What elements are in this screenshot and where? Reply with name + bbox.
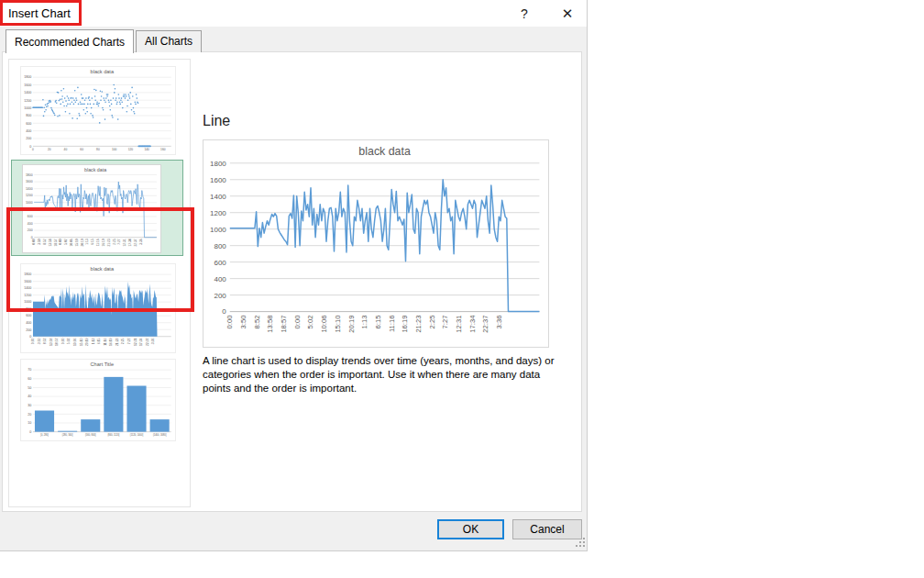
svg-text:1200: 1200: [24, 294, 31, 297]
svg-text:1800: 1800: [24, 75, 31, 79]
svg-text:2:25: 2:25: [121, 338, 125, 344]
svg-text:1800: 1800: [24, 272, 31, 276]
svg-text:160: 160: [160, 148, 166, 151]
svg-text:22:37: 22:37: [146, 338, 149, 346]
svg-text:22:37: 22:37: [481, 316, 490, 333]
svg-text:1400: 1400: [210, 193, 226, 201]
svg-text:1600: 1600: [24, 280, 31, 283]
dialog-titlebar[interactable]: Insert Chart ? ✕: [0, 0, 587, 27]
svg-text:0:00: 0:00: [32, 239, 36, 244]
svg-text:40: 40: [28, 395, 31, 398]
svg-text:(840, 1120]: (840, 1120]: [107, 433, 119, 437]
dialog-title: Insert Chart: [8, 6, 71, 20]
svg-text:17:34: 17:34: [139, 338, 143, 346]
svg-text:3:50: 3:50: [38, 239, 41, 244]
svg-text:0:00: 0:00: [61, 338, 65, 344]
svg-text:1:13: 1:13: [360, 316, 368, 329]
svg-text:200: 200: [28, 228, 33, 232]
resize-grip[interactable]: [576, 538, 586, 548]
svg-text:1400: 1400: [24, 91, 31, 94]
svg-text:13:58: 13:58: [50, 338, 53, 346]
svg-text:600: 600: [26, 122, 31, 126]
thumbnail-scatter-chart[interactable]: 020040060080010001200140016001800black d…: [20, 66, 176, 155]
svg-text:15:10: 15:10: [75, 239, 79, 246]
svg-text:21:23: 21:23: [107, 239, 111, 246]
svg-text:black data: black data: [91, 69, 115, 74]
tab-strip: Recommended Charts All Charts: [6, 28, 202, 52]
svg-text:800: 800: [214, 242, 226, 250]
svg-text:1600: 1600: [210, 176, 226, 184]
svg-text:8:52: 8:52: [43, 239, 47, 244]
svg-text:400: 400: [28, 222, 33, 226]
svg-text:10: 10: [28, 421, 31, 425]
svg-text:13:58: 13:58: [266, 316, 274, 333]
svg-text:21:23: 21:23: [116, 338, 119, 346]
svg-text:22:37: 22:37: [134, 239, 138, 246]
svg-text:1400: 1400: [26, 187, 33, 191]
svg-text:20:19: 20:19: [347, 316, 356, 333]
svg-text:0: 0: [222, 307, 226, 316]
svg-text:0:00: 0:00: [293, 316, 302, 329]
svg-text:12:31: 12:31: [134, 338, 138, 346]
line-chart-image: 020040060080010001200140016001800black d…: [23, 165, 160, 252]
recommended-charts-page: 020040060080010001200140016001800black d…: [2, 51, 582, 512]
svg-text:(280, 560]: (280, 560]: [62, 433, 73, 437]
svg-text:1600: 1600: [24, 83, 31, 87]
svg-text:600: 600: [26, 314, 31, 317]
tab-all-charts[interactable]: All Charts: [136, 30, 202, 52]
thumbnail-area-chart[interactable]: 020040060080010001200140016001800black d…: [20, 263, 176, 353]
svg-text:0:00: 0:00: [226, 316, 234, 329]
svg-text:800: 800: [26, 307, 31, 311]
line-preview-image: 020040060080010001200140016001800black d…: [204, 140, 548, 347]
insert-chart-dialog: Insert Chart ? ✕ Recommended Charts All …: [0, 0, 588, 551]
line-chart-image-frame: 020040060080010001200140016001800black d…: [22, 164, 161, 253]
svg-text:800: 800: [26, 114, 31, 117]
svg-text:1800: 1800: [26, 173, 33, 177]
svg-text:17:34: 17:34: [468, 316, 477, 333]
svg-text:20:19: 20:19: [85, 338, 89, 346]
svg-text:60: 60: [80, 148, 83, 151]
ok-button[interactable]: OK: [437, 519, 504, 539]
svg-text:(1120, 1400]: (1120, 1400]: [130, 433, 144, 437]
svg-text:0:00: 0:00: [31, 338, 35, 344]
svg-text:0: 0: [29, 430, 31, 434]
svg-text:1800: 1800: [210, 160, 226, 168]
svg-text:5:02: 5:02: [64, 239, 68, 244]
help-button[interactable]: ?: [511, 0, 538, 27]
tab-recommended-charts[interactable]: Recommended Charts: [6, 29, 134, 53]
svg-text:1000: 1000: [26, 201, 33, 205]
svg-text:0: 0: [29, 335, 31, 339]
svg-text:8:52: 8:52: [253, 316, 261, 329]
svg-text:1000: 1000: [24, 106, 31, 110]
svg-text:10:06: 10:06: [320, 316, 328, 333]
svg-text:6:15: 6:15: [91, 239, 94, 244]
svg-text:1000: 1000: [24, 300, 31, 304]
svg-text:5:02: 5:02: [306, 316, 314, 329]
svg-text:120: 120: [128, 148, 134, 151]
svg-text:6:15: 6:15: [97, 338, 101, 344]
close-icon[interactable]: ✕: [552, 0, 583, 27]
svg-text:16:19: 16:19: [102, 239, 105, 246]
svg-text:7:27: 7:27: [127, 338, 131, 344]
svg-text:15:10: 15:10: [80, 338, 83, 346]
svg-text:30: 30: [28, 404, 31, 407]
svg-text:20: 20: [48, 148, 51, 151]
svg-text:11:16: 11:16: [96, 239, 100, 246]
thumbnail-histogram-chart[interactable]: 010203040506070Chart Title[0, 280](280, …: [20, 359, 176, 441]
svg-text:1:13: 1:13: [85, 239, 89, 244]
svg-text:16:19: 16:19: [401, 316, 409, 333]
thumbnail-line-chart-selected[interactable]: 020040060080010001200140016001800black d…: [11, 160, 183, 256]
svg-text:0: 0: [29, 145, 31, 149]
cancel-button[interactable]: Cancel: [512, 519, 582, 539]
svg-text:50: 50: [28, 386, 31, 390]
svg-text:70: 70: [28, 368, 31, 372]
svg-text:400: 400: [214, 275, 226, 283]
svg-text:15:10: 15:10: [334, 316, 342, 333]
svg-text:6:15: 6:15: [374, 316, 382, 329]
svg-text:3:36: 3:36: [151, 338, 155, 344]
svg-text:12:31: 12:31: [123, 239, 126, 246]
svg-text:black data: black data: [358, 145, 411, 158]
svg-text:60: 60: [28, 377, 31, 381]
svg-text:10:06: 10:06: [70, 239, 73, 246]
svg-text:20:19: 20:19: [81, 239, 84, 246]
